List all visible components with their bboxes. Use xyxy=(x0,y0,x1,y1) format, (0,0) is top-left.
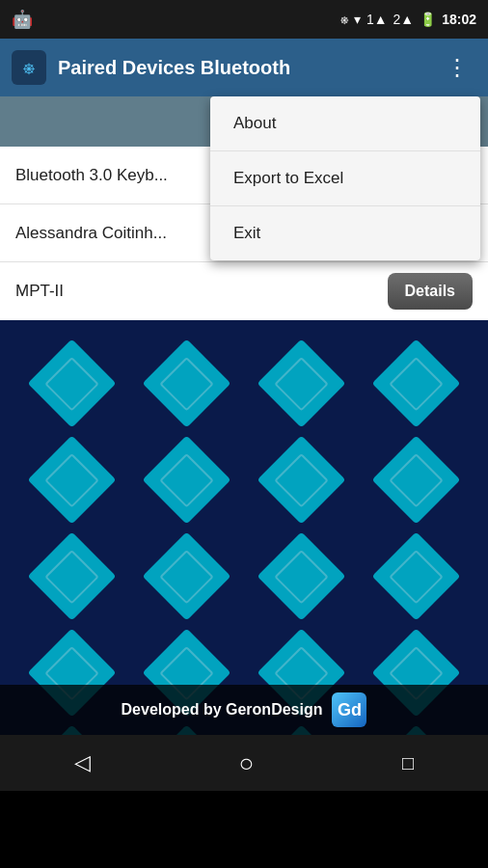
signal-icon-1: 1▲ xyxy=(366,12,388,27)
background-pattern: Developed by GeronDesign Gd xyxy=(0,320,488,735)
overflow-menu-button[interactable]: ⋮ xyxy=(438,50,476,85)
pattern-item xyxy=(373,436,460,523)
battery-icon: 🔋 xyxy=(420,12,436,27)
device-item-mptii[interactable]: MPT-II Details xyxy=(0,262,488,320)
nav-home-button[interactable] xyxy=(231,741,262,786)
pattern-item xyxy=(373,532,460,619)
wifi-icon: ▾ xyxy=(354,12,361,27)
developer-text: Developed by GeronDesign xyxy=(122,701,323,719)
app-icon: ⎈ xyxy=(12,50,46,85)
pattern-item xyxy=(29,532,116,619)
pattern-item xyxy=(258,532,345,619)
pattern-item xyxy=(373,339,460,426)
bluetooth-status-icon: ⎈ xyxy=(340,12,348,27)
device-name-mptii: MPT-II xyxy=(15,282,388,301)
android-icon: 🤖 xyxy=(12,9,33,30)
nav-recent-button[interactable] xyxy=(394,743,421,783)
pattern-item xyxy=(144,339,230,426)
status-bar: 🤖 ⎈ ▾ 1▲ 2▲ 🔋 18:02 xyxy=(0,0,488,39)
pattern-item xyxy=(258,436,345,523)
developer-bar: Developed by GeronDesign Gd xyxy=(0,685,488,735)
status-right: ⎈ ▾ 1▲ 2▲ 🔋 18:02 xyxy=(340,12,476,27)
pattern-item xyxy=(144,436,230,523)
menu-item-about[interactable]: About xyxy=(210,96,480,151)
pattern-grid xyxy=(0,320,488,735)
nav-bar xyxy=(0,735,488,791)
status-time: 18:02 xyxy=(442,12,476,27)
pattern-item xyxy=(29,339,116,426)
menu-item-export[interactable]: Export to Excel xyxy=(210,151,480,206)
pattern-item xyxy=(258,339,345,426)
status-left: 🤖 xyxy=(12,9,33,30)
app-bar: ⎈ Paired Devices Bluetooth ⋮ xyxy=(0,39,488,96)
pattern-item xyxy=(144,532,230,619)
details-button[interactable]: Details xyxy=(388,273,473,310)
dropdown-menu: About Export to Excel Exit xyxy=(210,96,480,260)
app-title: Paired Devices Bluetooth xyxy=(58,57,438,79)
gd-logo: Gd xyxy=(332,692,366,727)
nav-back-button[interactable] xyxy=(67,743,98,783)
bluetooth-app-icon: ⎈ xyxy=(23,57,35,79)
signal-icon-2: 2▲ xyxy=(393,12,415,27)
pattern-item xyxy=(29,436,116,523)
menu-item-exit[interactable]: Exit xyxy=(210,206,480,260)
